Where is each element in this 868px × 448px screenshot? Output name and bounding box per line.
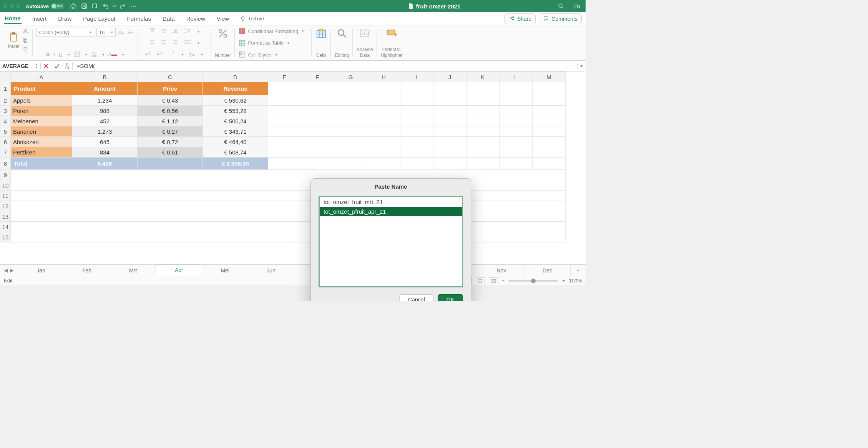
cell[interactable]: [301, 137, 334, 147]
row-header[interactable]: 15: [0, 232, 11, 242]
cell[interactable]: [301, 126, 334, 137]
row-header[interactable]: 3: [0, 106, 11, 116]
row-header[interactable]: 5: [0, 126, 11, 137]
redo-icon[interactable]: [118, 2, 127, 10]
cells-button[interactable]: [315, 28, 327, 39]
tab-insert[interactable]: Insert: [32, 14, 48, 23]
ok-button[interactable]: OK: [438, 294, 463, 301]
cell[interactable]: Price: [138, 82, 203, 95]
sheet-tab-mei[interactable]: Mei: [202, 265, 248, 276]
cell[interactable]: € 508,74: [203, 147, 268, 158]
wrap-text-icon[interactable]: [184, 28, 191, 35]
cell[interactable]: [301, 106, 334, 116]
editing-button[interactable]: [336, 28, 348, 39]
cell[interactable]: [533, 147, 566, 158]
col-header[interactable]: B: [72, 72, 138, 82]
more-icon[interactable]: [129, 2, 138, 10]
zoom-out-button[interactable]: −: [502, 278, 505, 284]
cell[interactable]: [400, 147, 433, 158]
account-icon[interactable]: [573, 2, 581, 10]
cell[interactable]: [367, 82, 400, 95]
cell[interactable]: € 0,56: [138, 106, 203, 116]
cell[interactable]: [334, 147, 367, 158]
tab-review[interactable]: Review: [186, 14, 206, 23]
cell[interactable]: [11, 222, 566, 232]
cell[interactable]: [533, 158, 566, 170]
cell[interactable]: [433, 106, 466, 116]
row-header[interactable]: 9: [0, 170, 11, 180]
row-header[interactable]: 14: [0, 222, 11, 232]
cell[interactable]: € 464,40: [203, 137, 268, 147]
save-as-icon[interactable]: [91, 2, 99, 10]
cell[interactable]: [433, 137, 466, 147]
close-window-dot[interactable]: [3, 4, 7, 8]
copy-icon[interactable]: [22, 37, 29, 44]
orientation-icon[interactable]: [169, 51, 175, 58]
font-color-button[interactable]: A: [108, 51, 117, 57]
cell[interactable]: € 0,72: [138, 137, 203, 147]
undo-dropdown-icon[interactable]: [112, 2, 116, 10]
sheet-tab-apr[interactable]: Apr: [156, 265, 202, 276]
cell[interactable]: Product: [11, 82, 72, 95]
cell[interactable]: [301, 116, 334, 126]
cell[interactable]: Abrikozen: [11, 137, 72, 147]
cell[interactable]: [334, 95, 367, 106]
col-header[interactable]: E: [268, 72, 301, 82]
align-left-icon[interactable]: [149, 39, 155, 46]
cell[interactable]: [400, 126, 433, 137]
cell[interactable]: € 0,61: [138, 147, 203, 158]
zoom-slider[interactable]: [508, 280, 558, 282]
cell[interactable]: [268, 116, 301, 126]
format-as-table-button[interactable]: Format as Table▾: [239, 40, 289, 46]
autosave-switch[interactable]: OFF: [51, 3, 64, 9]
cell[interactable]: [433, 126, 466, 137]
italic-button[interactable]: I: [54, 51, 55, 57]
row-header[interactable]: 6: [0, 137, 11, 147]
col-header[interactable]: I: [400, 72, 433, 82]
underline-button[interactable]: U: [59, 51, 62, 57]
cell[interactable]: [400, 137, 433, 147]
cell[interactable]: 988: [72, 106, 138, 116]
font-size-select[interactable]: 16▾: [96, 28, 116, 37]
page-layout-view-button[interactable]: [476, 277, 485, 284]
analyse-data-button[interactable]: [359, 28, 370, 39]
cell[interactable]: [334, 82, 367, 95]
tab-formulas[interactable]: Formulas: [126, 14, 152, 23]
cell[interactable]: [466, 147, 500, 158]
cell[interactable]: [500, 82, 533, 95]
cell[interactable]: [500, 95, 533, 106]
border-button[interactable]: [74, 51, 80, 58]
expand-formula-bar-icon[interactable]: ▾: [577, 63, 586, 69]
increase-indent-icon[interactable]: [157, 51, 163, 58]
cell[interactable]: [367, 95, 400, 106]
prev-sheet-icon[interactable]: ◀: [4, 267, 8, 273]
share-button[interactable]: Share: [505, 13, 536, 24]
row-header[interactable]: 12: [0, 201, 11, 211]
cell[interactable]: [268, 106, 301, 116]
cell[interactable]: [533, 106, 566, 116]
sheet-tab-jun[interactable]: Jun: [248, 265, 294, 276]
cell[interactable]: [367, 116, 400, 126]
percent-button[interactable]: [217, 28, 229, 39]
cell[interactable]: Perziken: [11, 147, 72, 158]
cell[interactable]: 834: [72, 147, 138, 158]
autosave-toggle[interactable]: AutoSave OFF: [26, 3, 64, 9]
col-header[interactable]: L: [500, 72, 533, 82]
sheet-tab-mrt[interactable]: Mrt: [110, 265, 156, 276]
col-header[interactable]: G: [334, 72, 367, 82]
fill-color-button[interactable]: [91, 51, 97, 58]
row-header[interactable]: 4: [0, 116, 11, 126]
col-header[interactable]: M: [533, 72, 566, 82]
name-box[interactable]: AVERAGE ▲▼: [0, 63, 41, 69]
cell[interactable]: [400, 82, 433, 95]
cell[interactable]: € 530,62: [203, 95, 268, 106]
cell[interactable]: [400, 106, 433, 116]
cancel-button[interactable]: Cancel: [399, 294, 434, 301]
cell[interactable]: [268, 147, 301, 158]
cell[interactable]: Meloenen: [11, 116, 72, 126]
cell[interactable]: [334, 126, 367, 137]
cell[interactable]: [268, 137, 301, 147]
cell[interactable]: € 0,27: [138, 126, 203, 137]
cell[interactable]: [301, 82, 334, 95]
add-sheet-button[interactable]: ＋: [570, 265, 586, 276]
